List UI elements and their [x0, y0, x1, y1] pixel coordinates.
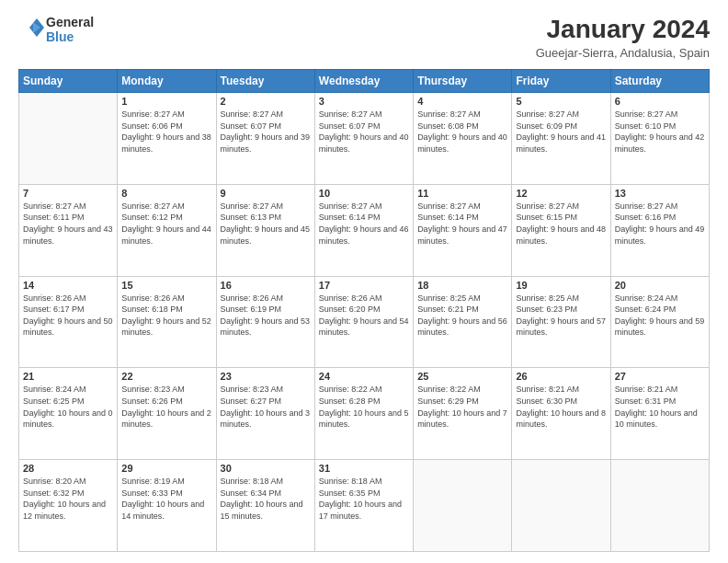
sun-info: Sunrise: 8:26 AMSunset: 6:18 PMDaylight:… [121, 293, 211, 339]
day-number: 27 [615, 371, 705, 382]
sun-info: Sunrise: 8:27 AMSunset: 6:16 PMDaylight:… [615, 201, 705, 247]
calendar-cell: 17Sunrise: 8:26 AMSunset: 6:20 PMDayligh… [314, 276, 413, 368]
day-number: 23 [221, 371, 311, 382]
sun-info: Sunrise: 8:26 AMSunset: 6:19 PMDaylight:… [221, 293, 311, 339]
day-number: 29 [121, 463, 211, 474]
calendar-cell: 21Sunrise: 8:24 AMSunset: 6:25 PMDayligh… [19, 368, 118, 460]
day-number: 25 [417, 371, 507, 382]
sun-info: Sunrise: 8:27 AMSunset: 6:08 PMDaylight:… [417, 109, 507, 155]
day-number: 26 [516, 371, 606, 382]
sun-info: Sunrise: 8:27 AMSunset: 6:14 PMDaylight:… [417, 201, 507, 247]
calendar-cell: 13Sunrise: 8:27 AMSunset: 6:16 PMDayligh… [610, 184, 709, 276]
day-number: 19 [516, 280, 606, 291]
sun-info: Sunrise: 8:21 AMSunset: 6:30 PMDaylight:… [516, 384, 606, 430]
calendar-header-thursday: Thursday [414, 70, 512, 93]
calendar-cell: 1Sunrise: 8:27 AMSunset: 6:06 PMDaylight… [118, 93, 216, 185]
calendar-cell: 27Sunrise: 8:21 AMSunset: 6:31 PMDayligh… [610, 368, 709, 460]
calendar-header-tuesday: Tuesday [216, 70, 314, 93]
calendar-header-sunday: Sunday [19, 70, 118, 93]
sun-info: Sunrise: 8:20 AMSunset: 6:32 PMDaylight:… [23, 476, 113, 522]
calendar-cell: 19Sunrise: 8:25 AMSunset: 6:23 PMDayligh… [512, 276, 610, 368]
sun-info: Sunrise: 8:27 AMSunset: 6:12 PMDaylight:… [121, 201, 211, 247]
calendar-cell: 10Sunrise: 8:27 AMSunset: 6:14 PMDayligh… [314, 184, 413, 276]
title-block: January 2024 Gueejar-Sierra, Andalusia, … [536, 15, 710, 60]
sun-info: Sunrise: 8:24 AMSunset: 6:25 PMDaylight:… [23, 384, 113, 430]
location: Gueejar-Sierra, Andalusia, Spain [536, 46, 710, 60]
calendar-header-monday: Monday [118, 70, 216, 93]
sun-info: Sunrise: 8:22 AMSunset: 6:28 PMDaylight:… [319, 384, 409, 430]
calendar-cell [414, 460, 512, 552]
sun-info: Sunrise: 8:23 AMSunset: 6:26 PMDaylight:… [121, 384, 211, 430]
day-number: 30 [221, 463, 311, 474]
day-number: 1 [121, 96, 211, 107]
day-number: 31 [319, 463, 409, 474]
logo-icon [18, 15, 44, 40]
sun-info: Sunrise: 8:25 AMSunset: 6:21 PMDaylight:… [417, 293, 507, 339]
calendar-cell: 12Sunrise: 8:27 AMSunset: 6:15 PMDayligh… [512, 184, 610, 276]
calendar-cell: 4Sunrise: 8:27 AMSunset: 6:08 PMDaylight… [414, 93, 512, 185]
calendar-cell [610, 460, 709, 552]
calendar-cell: 14Sunrise: 8:26 AMSunset: 6:17 PMDayligh… [19, 276, 118, 368]
day-number: 14 [23, 280, 113, 291]
sun-info: Sunrise: 8:18 AMSunset: 6:34 PMDaylight:… [221, 476, 311, 522]
day-number: 24 [319, 371, 409, 382]
calendar-cell: 16Sunrise: 8:26 AMSunset: 6:19 PMDayligh… [216, 276, 314, 368]
sun-info: Sunrise: 8:27 AMSunset: 6:07 PMDaylight:… [221, 109, 311, 155]
calendar-cell: 24Sunrise: 8:22 AMSunset: 6:28 PMDayligh… [314, 368, 413, 460]
calendar-header-saturday: Saturday [610, 70, 709, 93]
day-number: 4 [417, 96, 507, 107]
sun-info: Sunrise: 8:27 AMSunset: 6:10 PMDaylight:… [615, 109, 705, 155]
calendar-cell: 30Sunrise: 8:18 AMSunset: 6:34 PMDayligh… [216, 460, 314, 552]
day-number: 18 [417, 280, 507, 291]
calendar-cell: 3Sunrise: 8:27 AMSunset: 6:07 PMDaylight… [314, 93, 413, 185]
sun-info: Sunrise: 8:27 AMSunset: 6:09 PMDaylight:… [516, 109, 606, 155]
calendar-header-wednesday: Wednesday [314, 70, 413, 93]
calendar-cell [512, 460, 610, 552]
sun-info: Sunrise: 8:23 AMSunset: 6:27 PMDaylight:… [221, 384, 311, 430]
calendar-header-friday: Friday [512, 70, 610, 93]
calendar-cell: 7Sunrise: 8:27 AMSunset: 6:11 PMDaylight… [19, 184, 118, 276]
day-number: 8 [121, 188, 211, 199]
calendar-cell: 9Sunrise: 8:27 AMSunset: 6:13 PMDaylight… [216, 184, 314, 276]
sun-info: Sunrise: 8:18 AMSunset: 6:35 PMDaylight:… [319, 476, 409, 522]
sun-info: Sunrise: 8:27 AMSunset: 6:11 PMDaylight:… [23, 201, 113, 247]
header: General Blue January 2024 Gueejar-Sierra… [18, 15, 710, 60]
sun-info: Sunrise: 8:26 AMSunset: 6:20 PMDaylight:… [319, 293, 409, 339]
calendar-week-1: 7Sunrise: 8:27 AMSunset: 6:11 PMDaylight… [19, 184, 710, 276]
calendar-cell: 22Sunrise: 8:23 AMSunset: 6:26 PMDayligh… [118, 368, 216, 460]
day-number: 11 [417, 188, 507, 199]
day-number: 12 [516, 188, 606, 199]
calendar-cell: 20Sunrise: 8:24 AMSunset: 6:24 PMDayligh… [610, 276, 709, 368]
sun-info: Sunrise: 8:27 AMSunset: 6:06 PMDaylight:… [121, 109, 211, 155]
sun-info: Sunrise: 8:21 AMSunset: 6:31 PMDaylight:… [615, 384, 705, 430]
page: General Blue January 2024 Gueejar-Sierra… [0, 0, 728, 563]
day-number: 9 [221, 188, 311, 199]
calendar-cell: 8Sunrise: 8:27 AMSunset: 6:12 PMDaylight… [118, 184, 216, 276]
day-number: 10 [319, 188, 409, 199]
sun-info: Sunrise: 8:19 AMSunset: 6:33 PMDaylight:… [121, 476, 211, 522]
calendar-cell: 18Sunrise: 8:25 AMSunset: 6:21 PMDayligh… [414, 276, 512, 368]
logo: General Blue [18, 15, 94, 44]
day-number: 2 [221, 96, 311, 107]
calendar-cell: 15Sunrise: 8:26 AMSunset: 6:18 PMDayligh… [118, 276, 216, 368]
day-number: 3 [319, 96, 409, 107]
calendar-week-0: 1Sunrise: 8:27 AMSunset: 6:06 PMDaylight… [19, 93, 710, 185]
day-number: 13 [615, 188, 705, 199]
sun-info: Sunrise: 8:27 AMSunset: 6:15 PMDaylight:… [516, 201, 606, 247]
day-number: 5 [516, 96, 606, 107]
calendar-week-4: 28Sunrise: 8:20 AMSunset: 6:32 PMDayligh… [19, 460, 710, 552]
day-number: 21 [23, 371, 113, 382]
day-number: 17 [319, 280, 409, 291]
calendar-week-3: 21Sunrise: 8:24 AMSunset: 6:25 PMDayligh… [19, 368, 710, 460]
day-number: 16 [221, 280, 311, 291]
calendar-cell: 29Sunrise: 8:19 AMSunset: 6:33 PMDayligh… [118, 460, 216, 552]
day-number: 6 [615, 96, 705, 107]
calendar-week-2: 14Sunrise: 8:26 AMSunset: 6:17 PMDayligh… [19, 276, 710, 368]
sun-info: Sunrise: 8:24 AMSunset: 6:24 PMDaylight:… [615, 293, 705, 339]
calendar-cell: 11Sunrise: 8:27 AMSunset: 6:14 PMDayligh… [414, 184, 512, 276]
calendar-cell: 2Sunrise: 8:27 AMSunset: 6:07 PMDaylight… [216, 93, 314, 185]
calendar-table: SundayMondayTuesdayWednesdayThursdayFrid… [18, 69, 710, 552]
calendar-cell: 31Sunrise: 8:18 AMSunset: 6:35 PMDayligh… [314, 460, 413, 552]
calendar-cell: 6Sunrise: 8:27 AMSunset: 6:10 PMDaylight… [610, 93, 709, 185]
calendar-cell: 23Sunrise: 8:23 AMSunset: 6:27 PMDayligh… [216, 368, 314, 460]
